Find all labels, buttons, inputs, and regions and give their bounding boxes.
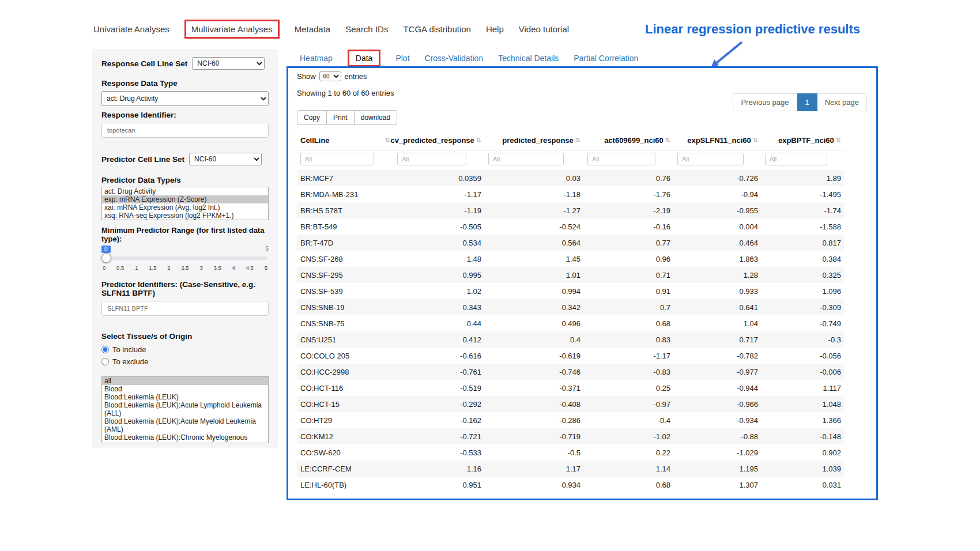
nav-item-search-ids[interactable]: Search IDs	[345, 24, 388, 34]
response-cell-line-set-select[interactable]: NCI-60	[192, 57, 265, 70]
show-entries-select[interactable]: 60	[319, 71, 341, 81]
previous-page-button[interactable]: Previous page	[733, 93, 797, 111]
tissue-exclude-radio[interactable]: To exclude	[101, 357, 269, 366]
tissue-option-blood-leukemia-leuk-acute-lymphoid-leukemia-all[interactable]: Blood:Leukemia (LEUK):Acute Lymphoid Leu…	[102, 401, 268, 417]
tab-plot[interactable]: Plot	[395, 54, 409, 63]
export-download-button[interactable]: download	[355, 110, 397, 125]
tissue-origin-label: Select Tissue/s of Origin	[101, 332, 269, 341]
tab-cross-validation[interactable]: Cross-Validation	[425, 54, 484, 63]
column-header-cv-predicted-response[interactable]: cv_predicted_response⇅	[394, 131, 485, 150]
cell-value: 1.02	[394, 283, 485, 299]
cell-value: -1.74	[762, 202, 845, 218]
response-data-type-select[interactable]: act: Drug Activity	[101, 91, 269, 106]
tab-partial-correlation[interactable]: Partial Correlation	[574, 54, 638, 63]
predictor-identifiers-label: Predictor Identifiers: (Case-Sensitive, …	[101, 280, 269, 297]
filter-input-expbptf-nci60[interactable]	[765, 153, 827, 165]
tissue-option-blood[interactable]: Blood	[102, 385, 268, 393]
predictor-identifiers-input[interactable]	[101, 301, 269, 316]
filter-cell	[297, 150, 394, 171]
column-header-act609699-nci60[interactable]: act609699_nci60⇅	[584, 131, 674, 150]
cell-value: -0.955	[674, 202, 762, 218]
slider-track[interactable]	[103, 256, 267, 260]
current-page-button[interactable]: 1	[797, 93, 817, 111]
nav-item-help[interactable]: Help	[486, 24, 504, 34]
show-entries-control: Show 60 entries	[297, 71, 868, 81]
table-filter-row	[297, 150, 845, 171]
cell-value: 1.039	[762, 461, 845, 477]
tissue-exclude-radio-input[interactable]	[101, 358, 109, 365]
cell-value: 0.71	[584, 267, 674, 283]
column-header-label: predicted_response	[502, 136, 574, 145]
column-header-cellline[interactable]: CellLine⇅	[297, 131, 394, 150]
tab-heatmap[interactable]: Heatmap	[300, 54, 333, 63]
predictor-data-types-listbox[interactable]: act: Drug Activityexp: mRNA Expression (…	[101, 187, 269, 220]
nav-item-univariate-analyses[interactable]: Univariate Analyses	[93, 24, 169, 34]
cell-line-name: CO:HCT-116	[297, 380, 394, 396]
predictor-data-type-option-xai-mrna-expression-avg-log2-int[interactable]: xai: mRNA Expression (Avg. log2 Int.)	[102, 203, 268, 212]
sort-icon: ⇅	[476, 137, 481, 144]
predictor-cell-line-set-row: Predictor Cell Line Set NCI-60	[101, 153, 269, 165]
cell-line-name: CNS:SF-295	[297, 267, 394, 283]
table-body: BR:MCF70.03590.030.76-0.7261.89BR:MDA-MB…	[297, 170, 845, 493]
cell-value: -0.719	[485, 428, 584, 444]
filter-input-cv-predicted-response[interactable]	[397, 153, 466, 165]
cell-value: -0.505	[394, 218, 485, 235]
column-header-expslfn11-nci60[interactable]: expSLFN11_nci60⇅	[674, 131, 762, 150]
cell-value: -0.006	[762, 364, 845, 380]
cell-value: 0.0359	[394, 170, 485, 186]
tissue-include-radio-input[interactable]	[101, 346, 109, 353]
response-cell-line-set-label: Response Cell Line Set	[101, 59, 187, 68]
next-page-button[interactable]: Next page	[817, 93, 867, 111]
predictor-data-type-option-act-drug-activity[interactable]: act: Drug Activity	[102, 187, 268, 195]
cell-value: 1.45	[485, 251, 584, 267]
predictor-data-type-option-xsq-rna-seq-expression-log2-fpkm-1[interactable]: xsq: RNA-seq Expression (log2 FPKM+1.)	[102, 212, 268, 220]
nav-item-metadata[interactable]: Metadata	[295, 24, 331, 34]
column-header-predicted-response[interactable]: predicted_response⇅	[485, 131, 584, 150]
filter-input-predicted-response[interactable]	[488, 153, 564, 165]
filter-input-cellline[interactable]	[300, 153, 374, 165]
tissue-option-blood-leukemia-leuk-chronic-myelogenous-leukemia-cml[interactable]: Blood:Leukemia (LEUK):Chronic Myelogenou…	[102, 433, 268, 443]
filter-cell	[674, 150, 762, 171]
cell-line-name: CO:HT29	[297, 412, 394, 428]
cell-value: -0.148	[762, 428, 845, 444]
slider-tick-label: 4	[232, 265, 235, 271]
export-print-button[interactable]: Print	[327, 110, 355, 125]
results-tabs: HeatmapDataPlotCross-ValidationTechnical…	[300, 50, 638, 67]
slider-tick-labels: 00.511.522.533.544.55	[103, 265, 267, 271]
nav-item-multivariate-analyses[interactable]: Multivariate Analyses	[184, 20, 280, 39]
cell-value: 0.934	[485, 477, 584, 493]
nav-item-video-tutorial[interactable]: Video tutorial	[519, 24, 569, 34]
cell-value: -0.966	[674, 396, 762, 412]
tissue-origin-listbox[interactable]: allBloodBlood:Leukemia (LEUK)Blood:Leuke…	[101, 376, 269, 443]
cell-line-name: BR:MCF7	[297, 170, 394, 186]
cell-line-name: CNS:SF-539	[297, 283, 394, 299]
filter-input-expslfn11-nci60[interactable]	[677, 153, 744, 165]
nav-item-tcga-distribution[interactable]: TCGA distribution	[403, 24, 471, 34]
table-row: CO:HCT-15-0.292-0.408-0.97-0.9661.048	[297, 396, 845, 412]
predictor-data-type-option-exp-mrna-expression-z-score[interactable]: exp: mRNA Expression (Z-Score)	[102, 195, 268, 203]
tissue-include-radio-label: To include	[112, 345, 146, 354]
tissue-option-blood-leukemia-leuk-acute-myeloid-leukemia-aml[interactable]: Blood:Leukemia (LEUK):Acute Myeloid Leuk…	[102, 417, 268, 433]
min-predictor-range-label: Minimum Predictor Range (for first liste…	[101, 226, 269, 243]
cell-value: -1.18	[485, 186, 584, 202]
export-copy-button[interactable]: Copy	[297, 110, 327, 125]
tissue-option-blood-leukemia-leuk[interactable]: Blood:Leukemia (LEUK)	[102, 393, 268, 401]
cell-value: 0.496	[485, 315, 584, 331]
predictor-cell-line-set-select[interactable]: NCI-60	[189, 153, 262, 165]
tissue-option-all[interactable]: all	[102, 377, 268, 385]
min-predictor-range-slider[interactable]: 0 5 00.511.522.533.544.55	[101, 246, 269, 274]
cell-value: -0.056	[762, 348, 845, 364]
response-identifier-input[interactable]	[101, 123, 269, 138]
cell-value: -0.286	[485, 412, 584, 428]
cell-line-name: CO:COLO 205	[297, 348, 394, 364]
slider-handle[interactable]	[101, 253, 111, 263]
filter-input-act609699-nci60[interactable]	[587, 153, 655, 165]
cell-value: -0.162	[394, 412, 485, 428]
tab-technical-details[interactable]: Technical Details	[498, 54, 559, 63]
tab-data[interactable]: Data	[348, 50, 381, 67]
tissue-include-radio[interactable]: To include	[101, 345, 269, 354]
cell-value: -0.4	[584, 412, 674, 428]
column-header-expbptf-nci60[interactable]: expBPTF_nci60⇅	[762, 131, 845, 150]
cell-value: 1.307	[674, 477, 762, 493]
cell-value: -1.19	[394, 202, 485, 218]
